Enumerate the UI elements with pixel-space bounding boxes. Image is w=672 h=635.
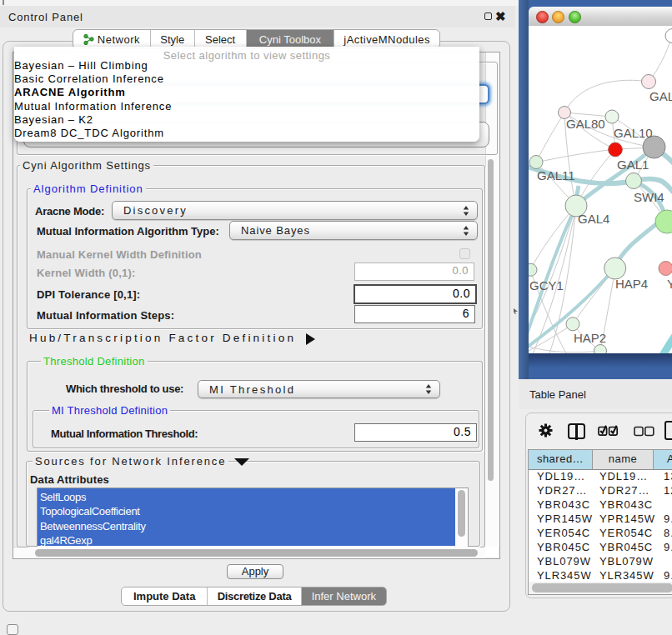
svg-text:HAP2: HAP2 — [574, 331, 606, 345]
svg-text:SWI4: SWI4 — [634, 190, 664, 204]
svg-text:Y: Y — [667, 277, 672, 291]
svg-text:GAL10: GAL10 — [614, 126, 653, 140]
svg-text:GCY1: GCY1 — [529, 278, 564, 292]
svg-text:GAL80: GAL80 — [566, 117, 605, 131]
svg-text:GAL7: GAL7 — [649, 89, 672, 103]
svg-text:HAP4: HAP4 — [615, 277, 648, 291]
svg-text:GAL1: GAL1 — [617, 158, 649, 172]
svg-text:GAL11: GAL11 — [537, 168, 575, 182]
svg-text:GAL4: GAL4 — [578, 212, 609, 226]
